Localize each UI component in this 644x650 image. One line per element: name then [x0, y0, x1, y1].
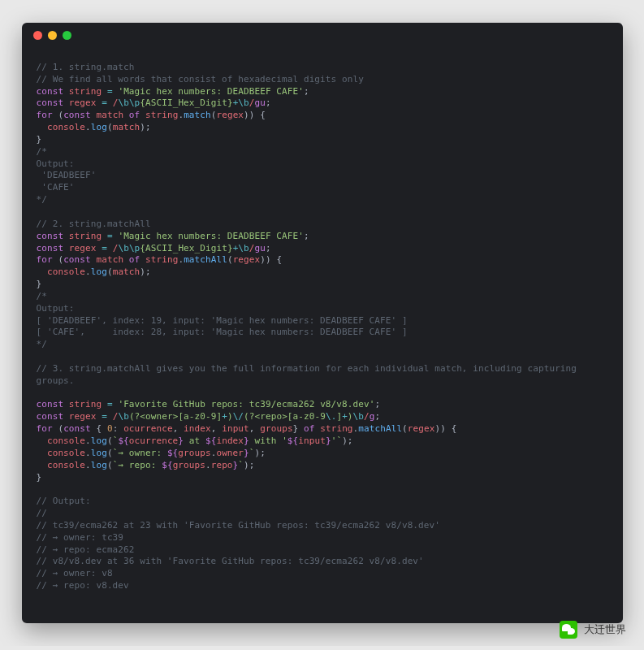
code-line: // Output: — [37, 496, 608, 508]
wechat-icon — [560, 621, 577, 639]
code-line: const string = 'Magic hex numbers: DEADB… — [37, 231, 608, 243]
code-line: Output: — [37, 303, 608, 315]
code-line: const regex = /\b(?<owner>[a-z0-9]+)\/(?… — [37, 411, 608, 423]
code-line: const string = 'Favorite GitHub repos: t… — [37, 399, 608, 411]
code-line — [37, 483, 608, 496]
code-line: // → owner: tc39 — [37, 532, 608, 544]
code-line: Output: — [37, 158, 608, 171]
code-line: const regex = /\b\p{ASCII_Hex_Digit}+\b/… — [37, 98, 608, 110]
close-icon[interactable] — [33, 31, 42, 40]
code-line: // tc39/ecma262 at 23 with 'Favorite Git… — [37, 520, 608, 532]
code-line: [ 'DEADBEEF', index: 19, input: 'Magic h… — [37, 315, 608, 327]
minimize-icon[interactable] — [48, 31, 57, 40]
code-line: // 1. string.match — [37, 62, 608, 74]
code-line: console.log(match); — [37, 122, 608, 134]
code-line: // 2. string.matchAll — [37, 219, 608, 231]
code-line: // 3. string.matchAll gives you the full… — [37, 363, 608, 375]
code-line: [ 'CAFE', index: 28, input: 'Magic hex n… — [37, 327, 608, 339]
code-line: for (const match of string.match(regex))… — [37, 110, 608, 122]
code-line: // We find all words that consist of hex… — [37, 74, 608, 86]
code-window: // 1. string.match// We find all words t… — [22, 23, 623, 623]
code-line: // — [37, 508, 608, 520]
code-line: // → repo: ecma262 — [37, 544, 608, 557]
code-line: for (const { 0: ocurrence, index, input,… — [37, 423, 608, 436]
code-line: // → owner: v8 — [37, 568, 608, 580]
code-editor: // 1. string.match// We find all words t… — [22, 45, 623, 599]
code-line: } — [37, 134, 608, 146]
code-line: for (const match of string.matchAll(rege… — [37, 254, 608, 266]
code-line: */ — [37, 339, 608, 351]
code-line: console.log(`→ owner: ${groups.owner}`); — [37, 448, 608, 460]
maximize-icon[interactable] — [63, 31, 71, 40]
code-line: 'DEADBEEF' — [37, 170, 608, 182]
code-line: // → repo: v8.dev — [37, 580, 608, 592]
code-line — [37, 351, 608, 363]
code-line: const string = 'Magic hex numbers: DEADB… — [37, 86, 608, 98]
code-line: const regex = /\b\p{ASCII_Hex_Digit}+\b/… — [37, 243, 608, 255]
watermark-footer: 大迁世界 — [560, 621, 626, 639]
code-line: groups. — [37, 375, 608, 388]
code-line: // v8/v8.dev at 36 with 'Favorite GitHub… — [37, 556, 608, 568]
code-line: } — [37, 279, 608, 291]
code-line — [37, 50, 608, 62]
code-line: 'CAFE' — [37, 182, 608, 194]
code-line — [37, 388, 608, 400]
code-line: */ — [37, 194, 608, 206]
watermark-label: 大迁世界 — [584, 622, 626, 637]
code-line: console.log(match); — [37, 266, 608, 279]
code-line — [37, 206, 608, 219]
code-line: /* — [37, 146, 608, 158]
code-line: console.log(`→ repo: ${groups.repo}`); — [37, 460, 608, 472]
titlebar — [22, 23, 623, 45]
code-line: /* — [37, 291, 608, 303]
code-line: console.log(`${ocurrence} at ${index} wi… — [37, 436, 608, 448]
code-line: } — [37, 472, 608, 484]
